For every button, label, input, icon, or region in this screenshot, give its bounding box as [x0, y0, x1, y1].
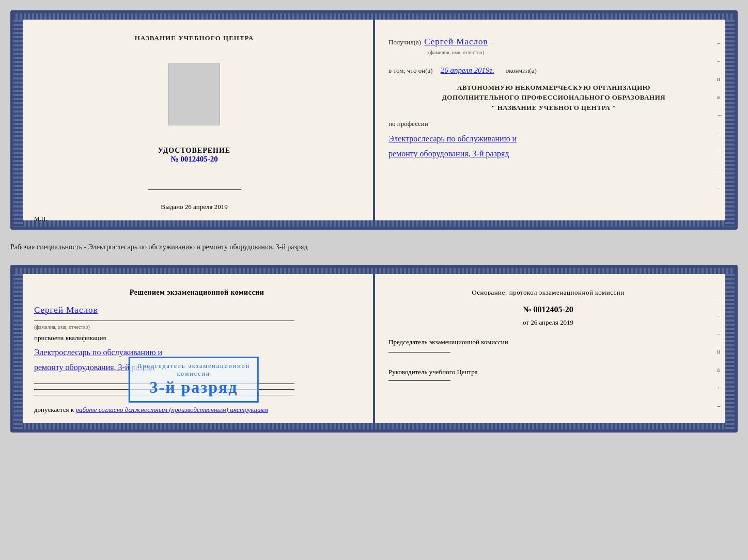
name-underline	[34, 321, 294, 321]
certificate-book-1: НАЗВАНИЕ УЧЕБНОГО ЦЕНТРА УДОСТОВЕРЕНИЕ №…	[10, 10, 738, 230]
predsedatel-sig-line	[388, 352, 450, 353]
ot-line: от 26 апреля 2019	[388, 318, 708, 327]
vtom-line: в том, что он(а) 26 апреля 2019г. окончи…	[388, 63, 719, 77]
udostoverenie-title: УДОСТОВЕРЕНИЕ	[158, 147, 230, 155]
cert2-name-block: Сергей Маслов (фамилия, имя, отчество)	[34, 305, 360, 330]
po-professii-label: по профессии	[388, 118, 719, 130]
dopuskaetsya-text: работе согласно должностным (производств…	[75, 406, 268, 413]
profession-line-1: Электрослесарь по обслуживанию и	[388, 132, 719, 147]
resheniem-title: Решением экзаменационной комиссии	[34, 289, 360, 297]
signature-line-1	[148, 189, 241, 190]
qualification-stamp: Председатель экзаменационной комиссии 3-…	[129, 357, 259, 403]
protocol-number: № 0012405-20	[388, 305, 708, 314]
cert1-number: № 0012405-20	[158, 155, 230, 164]
cert2-right-panel: Основание: протокол экзаменационной коми…	[374, 268, 735, 429]
udostoverenie-block: УДОСТОВЕРЕНИЕ № 0012405-20	[158, 147, 230, 164]
cert1-date: 26 апреля 2019г.	[441, 63, 494, 77]
vydano-line: Выдано 26 апреля 2019	[161, 203, 227, 211]
cert1-left-panel: НАЗВАНИЕ УЧЕБНОГО ЦЕНТРА УДОСТОВЕРЕНИЕ №…	[13, 13, 374, 227]
cert2-recipient-name: Сергей Маслов	[34, 305, 98, 315]
top-decorative-strip	[13, 13, 735, 20]
mp-label: М.П.	[29, 215, 360, 223]
dopuskaetsya-block: допускается к работе согласно должностны…	[34, 406, 360, 414]
right-dashes-2: – – – и а ← – – –	[717, 294, 723, 433]
cert1-right-panel: Получил(а) Сергей Маслов (фамилия, имя, …	[374, 13, 735, 227]
received-line: Получил(а) Сергей Маслов (фамилия, имя, …	[388, 34, 719, 57]
recipient-name: Сергей Маслов	[424, 37, 488, 46]
certificate-book-2: Решением экзаменационной комиссии Сергей…	[10, 265, 738, 433]
org-block: АВТОНОМНУЮ НЕКОММЕРЧЕСКУЮ ОРГАНИЗАЦИЮ ДО…	[388, 83, 719, 113]
right-dashes: – – и а ← – – – –	[717, 39, 723, 191]
top-strip-2	[13, 268, 735, 274]
cert2-left-panel: Решением экзаменационной комиссии Сергей…	[13, 268, 374, 429]
rukovoditel-block: Руководитель учебного Центра	[388, 368, 708, 381]
profession-line-2: ремонту оборудования, 3-й разряд	[388, 147, 719, 162]
osnovanie-title: Основание: протокол экзаменационной коми…	[388, 289, 708, 297]
photo-placeholder	[168, 63, 220, 125]
prisvoena-label: присвоена квалификация	[34, 334, 360, 342]
school-name-top: НАЗВАНИЕ УЧЕБНОГО ЦЕНТРА	[135, 34, 254, 42]
label-between: Рабочая специальность - Электрослесарь п…	[10, 239, 738, 255]
rukovoditel-sig-line	[388, 380, 450, 381]
predsedatel-block: Председатель экзаменационной комиссии	[388, 337, 708, 353]
